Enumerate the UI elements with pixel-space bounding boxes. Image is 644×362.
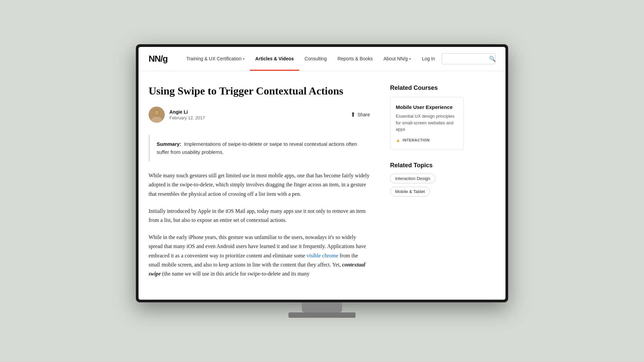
svg-point-3	[154, 110, 159, 115]
article-paragraph-2: Initially introduced by Apple in the iOS…	[149, 206, 370, 225]
browser-window: NN/g Training & UX Certification ▾ Artic…	[139, 47, 505, 300]
interaction-icon: ▲	[396, 137, 400, 143]
article-section: Using Swipe to Trigger Contextual Action…	[149, 84, 370, 286]
course-tag-label: INTERACTION	[402, 138, 430, 142]
related-topics-title: Related Topics	[390, 162, 464, 169]
chevron-down-icon: ▾	[243, 57, 245, 61]
article-paragraph-1: While many touch gestures still get limi…	[149, 171, 370, 198]
share-button[interactable]: ⬆ Share	[351, 111, 370, 118]
nav-item-about[interactable]: About NN/g ▾	[378, 47, 416, 71]
author-row: Angie Li February 12, 2017 ⬆ Share	[149, 107, 370, 123]
chevron-down-icon: ▾	[409, 57, 411, 61]
summary-box: Summary: Implementations of swipe-to-del…	[149, 135, 370, 162]
course-card[interactable]: Mobile User Experience Essential UX desi…	[390, 97, 464, 150]
summary-label: Summary:	[157, 141, 181, 147]
navbar: NN/g Training & UX Certification ▾ Artic…	[139, 47, 505, 71]
search-input[interactable]	[445, 56, 489, 61]
sidebar: Related Courses Mobile User Experience E…	[390, 84, 464, 286]
monitor-frame: NN/g Training & UX Certification ▾ Artic…	[136, 44, 508, 302]
search-box[interactable]: 🔍	[442, 53, 495, 64]
login-button[interactable]: Log In	[421, 53, 436, 64]
topic-mobile-tablet[interactable]: Mobile & Tablet	[390, 187, 430, 196]
nav-links: Training & UX Certification ▾ Articles &…	[181, 47, 421, 71]
topic-interaction-design[interactable]: Interaction Design	[390, 174, 435, 183]
summary-body: Implementations of swipe-to-delete or sw…	[157, 141, 357, 155]
author-info: Angie Li February 12, 2017	[149, 107, 205, 123]
main-content: Using Swipe to Trigger Contextual Action…	[139, 71, 505, 300]
contextual-swipe-term: contextual swipe	[149, 262, 365, 277]
avatar	[149, 107, 165, 123]
article-paragraph-3: While in the early iPhone years, this ge…	[149, 233, 370, 278]
author-date: February 12, 2017	[169, 115, 205, 120]
site-logo[interactable]: NN/g	[149, 54, 168, 64]
nav-item-training[interactable]: Training & UX Certification ▾	[181, 47, 250, 71]
course-title: Mobile User Experience	[396, 104, 458, 111]
nav-item-consulting[interactable]: Consulting	[299, 47, 332, 71]
related-courses-title: Related Courses	[390, 84, 464, 92]
summary-text: Summary: Implementations of swipe-to-del…	[157, 140, 363, 156]
search-icon[interactable]: 🔍	[489, 56, 496, 62]
article-title: Using Swipe to Trigger Contextual Action…	[149, 84, 370, 97]
course-tag: ▲ INTERACTION	[396, 137, 458, 143]
share-icon: ⬆	[351, 111, 356, 118]
nav-item-reports[interactable]: Reports & Books	[332, 47, 378, 71]
author-details: Angie Li February 12, 2017	[169, 109, 205, 120]
monitor-stand	[302, 302, 342, 312]
author-name: Angie Li	[169, 109, 205, 115]
topics-list: Interaction Design Mobile & Tablet	[390, 174, 464, 196]
course-description: Essential UX design principles for small…	[396, 113, 458, 133]
nav-item-articles[interactable]: Articles & Videos	[250, 47, 299, 71]
avatar-image	[149, 107, 165, 123]
monitor-base	[288, 312, 356, 318]
nav-right: Log In 🔍	[421, 53, 495, 64]
visible-chrome-link[interactable]: visible chrome	[307, 253, 338, 258]
